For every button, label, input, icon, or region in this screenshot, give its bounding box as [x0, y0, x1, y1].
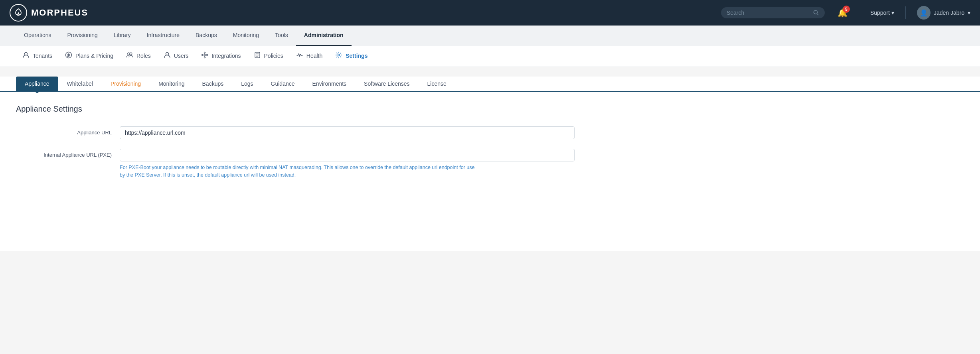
- users-icon: [164, 51, 171, 60]
- svg-point-11: [204, 57, 205, 58]
- sub-nav-users-label: Users: [174, 53, 189, 59]
- sub-nav-tenants-label: Tenants: [33, 53, 52, 59]
- internal-appliance-url-hint: For PXE-Boot your appliance needs to be …: [120, 164, 479, 179]
- sub-nav-health[interactable]: Health: [290, 46, 329, 67]
- support-label: Support: [870, 10, 890, 16]
- tab-whitelabel[interactable]: Whitelabel: [58, 77, 102, 91]
- user-name: Jaden Jabro: [934, 10, 964, 16]
- health-icon: [296, 51, 303, 60]
- tab-environments[interactable]: Environments: [304, 77, 356, 91]
- main-nav: Operations Provisioning Library Infrastr…: [0, 26, 980, 46]
- user-menu[interactable]: 👤 Jaden Jabro ▾: [917, 6, 970, 20]
- svg-point-7: [204, 54, 205, 56]
- tab-monitoring[interactable]: Monitoring: [150, 77, 193, 91]
- internal-appliance-url-row: Internal Appliance URL (PXE) For PXE-Boo…: [16, 149, 575, 179]
- internal-appliance-url-field: For PXE-Boot your appliance needs to be …: [120, 149, 575, 179]
- top-navbar: MORPHEUS 🔔 5 Support ▾ 👤 Jaden Jabro ▾: [0, 0, 980, 26]
- settings-icon: [335, 51, 342, 60]
- tab-appliance[interactable]: Appliance: [16, 77, 58, 91]
- divider: [859, 6, 859, 19]
- nav-item-library[interactable]: Library: [106, 26, 139, 46]
- avatar: 👤: [917, 6, 931, 20]
- plans-pricing-icon: [65, 51, 72, 60]
- app-name: MORPHEUS: [31, 8, 88, 18]
- search-box[interactable]: [721, 7, 825, 18]
- morpheus-logo-svg: [13, 8, 24, 18]
- tab-provisioning[interactable]: Provisioning: [102, 77, 150, 91]
- internal-appliance-url-label: Internal Appliance URL (PXE): [16, 149, 120, 158]
- nav-item-administration[interactable]: Administration: [296, 26, 352, 46]
- integrations-icon: [201, 51, 208, 60]
- logo-icon: [10, 4, 27, 22]
- policies-icon: [254, 51, 261, 60]
- nav-item-tools[interactable]: Tools: [267, 26, 296, 46]
- nav-item-provisioning[interactable]: Provisioning: [59, 26, 105, 46]
- sub-nav: Tenants Plans & Pricing Roles: [0, 46, 980, 67]
- sub-nav-settings[interactable]: Settings: [329, 46, 374, 67]
- main-content: Appliance Settings Appliance URL Interna…: [0, 92, 980, 251]
- svg-point-4: [128, 53, 130, 55]
- svg-point-10: [204, 52, 205, 53]
- tab-logs[interactable]: Logs: [232, 77, 262, 91]
- chevron-down-icon: ▾: [891, 10, 894, 16]
- svg-line-1: [817, 14, 818, 15]
- sub-nav-plans-pricing-label: Plans & Pricing: [75, 53, 113, 59]
- tab-backups[interactable]: Backups: [194, 77, 233, 91]
- search-input[interactable]: [727, 10, 810, 16]
- appliance-url-label: Appliance URL: [16, 126, 120, 136]
- nav-item-backups[interactable]: Backups: [188, 26, 225, 46]
- nav-item-monitoring[interactable]: Monitoring: [225, 26, 267, 46]
- divider2: [905, 6, 906, 19]
- sub-nav-policies[interactable]: Policies: [247, 46, 290, 67]
- user-chevron-icon: ▾: [968, 10, 970, 16]
- appliance-url-input[interactable]: [120, 126, 575, 139]
- tab-software-licenses[interactable]: Software Licenses: [355, 77, 418, 91]
- appliance-url-field: [120, 126, 575, 139]
- svg-point-8: [202, 55, 203, 56]
- sub-nav-roles[interactable]: Roles: [120, 46, 157, 67]
- svg-point-5: [130, 53, 132, 55]
- internal-appliance-url-input[interactable]: [120, 149, 575, 161]
- support-button[interactable]: Support ▾: [870, 10, 894, 16]
- sub-nav-integrations[interactable]: Integrations: [195, 46, 247, 67]
- nav-item-infrastructure[interactable]: Infrastructure: [139, 26, 188, 46]
- logo: MORPHEUS: [10, 4, 88, 22]
- notification-badge: 5: [843, 6, 850, 13]
- tab-license[interactable]: License: [419, 77, 455, 91]
- svg-point-9: [207, 55, 208, 56]
- sub-nav-policies-label: Policies: [264, 53, 283, 59]
- sub-nav-health-label: Health: [306, 53, 322, 59]
- sub-nav-users[interactable]: Users: [157, 46, 195, 67]
- search-icon: [813, 10, 819, 16]
- sub-nav-tenants[interactable]: Tenants: [16, 46, 59, 67]
- roles-icon: [126, 51, 133, 60]
- sub-nav-roles-label: Roles: [136, 53, 151, 59]
- appliance-url-row: Appliance URL: [16, 126, 575, 139]
- nav-item-operations[interactable]: Operations: [16, 26, 59, 46]
- content-tabs: Appliance Whitelabel Provisioning Monito…: [0, 77, 980, 92]
- section-title: Appliance Settings: [16, 104, 964, 114]
- notification-bell[interactable]: 🔔 5: [838, 8, 848, 18]
- sub-nav-integrations-label: Integrations: [211, 53, 241, 59]
- tab-guidance[interactable]: Guidance: [262, 77, 304, 91]
- sub-nav-settings-label: Settings: [346, 53, 368, 59]
- sub-nav-plans-pricing[interactable]: Plans & Pricing: [59, 46, 120, 67]
- tenants-icon: [22, 51, 30, 60]
- svg-point-20: [338, 54, 340, 56]
